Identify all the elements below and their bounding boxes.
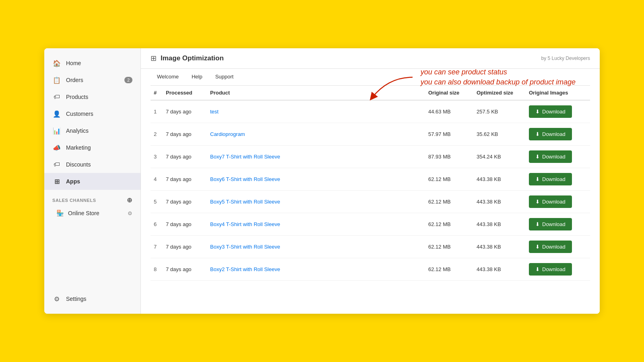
- download-button[interactable]: ⬇ Download: [529, 241, 572, 253]
- sidebar-item-analytics[interactable]: 📊 Analytics: [44, 122, 140, 139]
- annotation-area: WelcomeHelpSupport you can see product s…: [141, 69, 600, 86]
- row-num: 7: [151, 236, 163, 258]
- row-product[interactable]: Cardioprogram: [207, 123, 425, 146]
- sidebar-item-marketing[interactable]: 📣 Marketing: [44, 139, 140, 156]
- download-button[interactable]: ⬇ Download: [529, 150, 572, 163]
- table-body: 1 7 days ago test 44.63 MB 257.5 KB ⬇ Do…: [151, 100, 590, 281]
- download-icon: ⬇: [535, 154, 540, 160]
- sidebar-item-settings[interactable]: ⚙ Settings: [44, 290, 140, 307]
- sidebar-item-discounts[interactable]: 🏷 Discounts: [44, 156, 140, 173]
- col-header-processed: Processed: [163, 86, 207, 100]
- apps-icon: ⊞: [52, 177, 61, 186]
- download-button[interactable]: ⬇ Download: [529, 195, 572, 208]
- products-icon: 🏷: [52, 93, 61, 101]
- tab-help[interactable]: Help: [185, 69, 209, 85]
- app-icon: ⊞: [151, 54, 157, 63]
- sidebar-item-orders[interactable]: 📋 Orders 2: [44, 72, 140, 88]
- sidebar-item-home[interactable]: 🏠 Home: [44, 55, 140, 72]
- sidebar-item-label: Home: [66, 60, 81, 66]
- table-row: 6 7 days ago Boxy4 T-Shirt with Roll Sle…: [151, 213, 590, 236]
- row-optimized-size: 354.24 KB: [473, 146, 526, 168]
- row-action: ⬇ Download: [526, 100, 590, 123]
- main-content: ⊞ Image Optimization by 5 Lucky Develope…: [141, 48, 600, 314]
- orders-icon: 📋: [52, 76, 61, 84]
- discounts-icon: 🏷: [52, 160, 61, 169]
- row-product[interactable]: Boxy4 T-Shirt with Roll Sleeve: [207, 213, 425, 236]
- online-store-label: Online Store: [68, 210, 99, 216]
- marketing-icon: 📣: [52, 143, 61, 152]
- sidebar-bottom: ⚙ Settings: [44, 290, 140, 307]
- row-processed: 7 days ago: [163, 100, 207, 123]
- download-button[interactable]: ⬇ Download: [529, 105, 572, 118]
- row-product[interactable]: Boxy5 T-Shirt with Roll Sleeve: [207, 191, 425, 213]
- settings-icon: ⚙: [52, 294, 61, 303]
- sidebar-item-products[interactable]: 🏷 Products: [44, 88, 140, 105]
- row-original-size: 62.12 MB: [425, 168, 473, 191]
- main-header-left: ⊞ Image Optimization: [151, 54, 224, 63]
- row-processed: 7 days ago: [163, 191, 207, 213]
- tab-welcome[interactable]: Welcome: [151, 69, 185, 85]
- row-num: 5: [151, 191, 163, 213]
- page-title: Image Optimization: [161, 54, 224, 62]
- row-product[interactable]: Boxy7 T-Shirt with Roll Sleeve: [207, 146, 425, 168]
- download-button[interactable]: ⬇ Download: [529, 128, 572, 140]
- row-action: ⬇ Download: [526, 213, 590, 236]
- download-label: Download: [542, 176, 566, 182]
- sidebar-item-label: Analytics: [66, 128, 89, 134]
- row-optimized-size: 443.38 KB: [473, 236, 526, 258]
- table-row: 4 7 days ago Boxy6 T-Shirt with Roll Sle…: [151, 168, 590, 191]
- download-icon: ⬇: [535, 221, 540, 227]
- row-action: ⬇ Download: [526, 168, 590, 191]
- row-processed: 7 days ago: [163, 123, 207, 146]
- download-icon: ⬇: [535, 199, 540, 205]
- analytics-icon: 📊: [52, 126, 61, 135]
- download-button[interactable]: ⬇ Download: [529, 173, 572, 185]
- row-action: ⬇ Download: [526, 236, 590, 258]
- row-product[interactable]: Boxy3 T-Shirt with Roll Sleeve: [207, 236, 425, 258]
- tabs-row: WelcomeHelpSupport: [151, 69, 590, 86]
- row-original-size: 62.12 MB: [425, 191, 473, 213]
- sidebar-item-online-store[interactable]: 🏪 Online Store ⚙: [44, 206, 140, 220]
- row-original-size: 62.12 MB: [425, 236, 473, 258]
- row-processed: 7 days ago: [163, 213, 207, 236]
- download-label: Download: [542, 266, 566, 272]
- sidebar-item-label: Marketing: [66, 144, 91, 151]
- online-store-icon: 🏪: [56, 210, 64, 217]
- sales-channels-section: SALES CHANNELS ⊕: [44, 190, 140, 206]
- table-row: 2 7 days ago Cardioprogram 57.97 MB 35.6…: [151, 123, 590, 146]
- products-table: #ProcessedProductOriginal sizeOptimized …: [151, 86, 590, 281]
- badge: 2: [124, 77, 132, 83]
- app-container: 🏠 Home 📋 Orders 2 🏷 Products 👤 Customers…: [44, 48, 600, 314]
- row-optimized-size: 443.38 KB: [473, 213, 526, 236]
- row-num: 8: [151, 258, 163, 281]
- col-header-original-images: Original Images: [526, 86, 590, 100]
- row-optimized-size: 443.38 KB: [473, 191, 526, 213]
- row-num: 2: [151, 123, 163, 146]
- row-original-size: 57.97 MB: [425, 123, 473, 146]
- row-processed: 7 days ago: [163, 146, 207, 168]
- download-button[interactable]: ⬇ Download: [529, 218, 572, 230]
- online-store-settings-icon[interactable]: ⚙: [128, 210, 132, 216]
- main-header: ⊞ Image Optimization by 5 Lucky Develope…: [141, 48, 600, 69]
- row-processed: 7 days ago: [163, 168, 207, 191]
- download-button[interactable]: ⬇ Download: [529, 263, 572, 276]
- row-product[interactable]: Boxy2 T-Shirt with Roll Sleeve: [207, 258, 425, 281]
- row-num: 1: [151, 100, 163, 123]
- tab-support[interactable]: Support: [209, 69, 240, 85]
- download-label: Download: [542, 244, 566, 250]
- add-channel-icon[interactable]: ⊕: [127, 196, 132, 204]
- row-product[interactable]: test: [207, 100, 425, 123]
- row-optimized-size: 257.5 KB: [473, 100, 526, 123]
- table-row: 1 7 days ago test 44.63 MB 257.5 KB ⬇ Do…: [151, 100, 590, 123]
- col-header-original-size: Original size: [425, 86, 473, 100]
- download-label: Download: [542, 221, 566, 227]
- sidebar-nav: 🏠 Home 📋 Orders 2 🏷 Products 👤 Customers…: [44, 55, 140, 190]
- row-action: ⬇ Download: [526, 191, 590, 213]
- row-product[interactable]: Boxy6 T-Shirt with Roll Sleeve: [207, 168, 425, 191]
- sidebar-item-customers[interactable]: 👤 Customers: [44, 105, 140, 122]
- home-icon: 🏠: [52, 59, 61, 68]
- download-label: Download: [542, 199, 566, 205]
- sidebar-item-apps[interactable]: ⊞ Apps: [44, 173, 140, 190]
- col-header-optimized-size: Optimized size: [473, 86, 526, 100]
- table-header: #ProcessedProductOriginal sizeOptimized …: [151, 86, 590, 100]
